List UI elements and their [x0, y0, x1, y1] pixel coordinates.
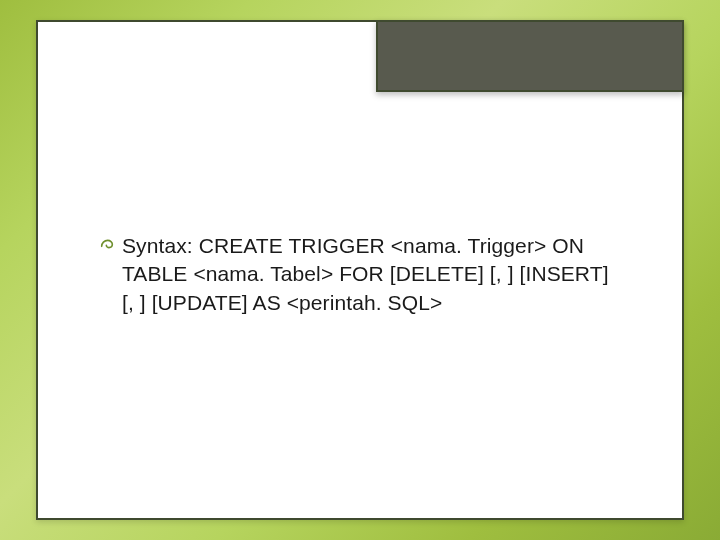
slide-card: Syntax: CREATE TRIGGER <nama. Trigger> O… [36, 20, 684, 520]
slide-content: Syntax: CREATE TRIGGER <nama. Trigger> O… [98, 232, 622, 317]
bullet-item: Syntax: CREATE TRIGGER <nama. Trigger> O… [98, 232, 622, 317]
bullet-text: Syntax: CREATE TRIGGER <nama. Trigger> O… [122, 232, 622, 317]
swirl-bullet-icon [98, 234, 116, 256]
bullet-label: Syntax: [122, 234, 193, 257]
title-tab [376, 20, 684, 92]
bullet-rest: CREATE TRIGGER <nama. Trigger> ON TABLE … [122, 234, 609, 314]
